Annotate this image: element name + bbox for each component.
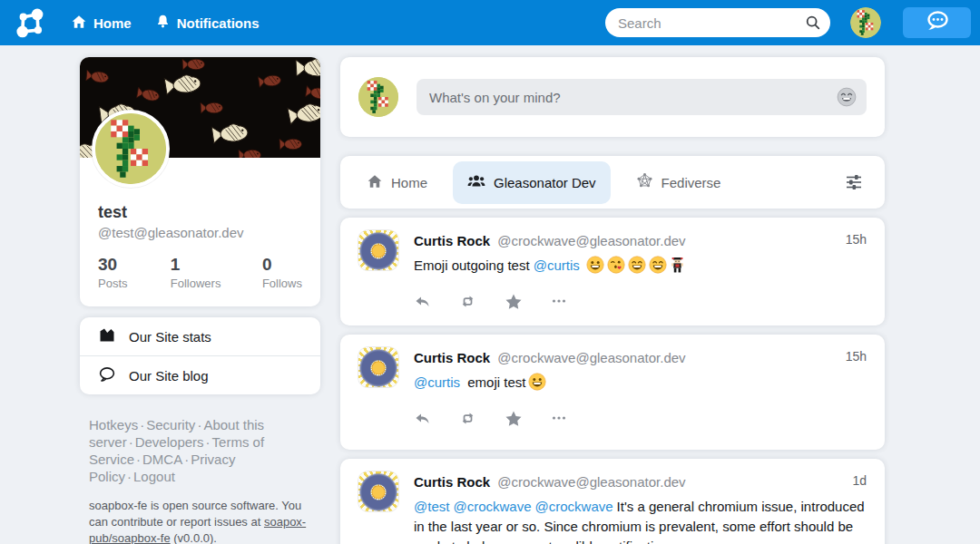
post-author-handle[interactable]: @crockwave@gleasonator.dev	[497, 350, 685, 365]
footer-link-developers[interactable]: Developers	[135, 434, 204, 450]
mention-link[interactable]: @crockwave	[453, 499, 531, 514]
site-blog-label: Our Site blog	[129, 368, 209, 384]
post-content: @curtis emoji test	[414, 373, 867, 393]
chat-bubble-icon	[924, 10, 951, 36]
profile-stats: 30 Posts 1 Followers 0 Follows	[80, 240, 320, 306]
stat-posts[interactable]: 30 Posts	[98, 255, 171, 290]
repost-icon[interactable]	[459, 293, 476, 311]
account-avatar[interactable]	[850, 7, 881, 38]
reply-icon[interactable]	[414, 293, 431, 311]
stat-followers[interactable]: 1 Followers	[171, 255, 262, 290]
site-menu-card: Our Site stats Our Site blog	[80, 317, 320, 394]
post-content: Emoji outgoing test @curtis	[414, 256, 867, 276]
search-input[interactable]	[605, 8, 830, 37]
footer-link-security[interactable]: Security	[146, 417, 195, 432]
bell-icon	[155, 14, 171, 32]
search-box	[605, 8, 830, 37]
post-timestamp[interactable]: 1d	[852, 473, 867, 488]
favourite-star-icon[interactable]	[505, 293, 523, 311]
search-icon[interactable]	[805, 15, 821, 34]
sidebar-item-site-blog[interactable]: Our Site blog	[80, 356, 320, 394]
emoji-picker-icon[interactable]	[837, 87, 857, 107]
nav-home-link[interactable]: Home	[71, 14, 132, 33]
soapbox-logo-icon[interactable]	[11, 5, 47, 41]
footer-link-dmca[interactable]: DMCA	[142, 452, 182, 467]
post-author-avatar[interactable]	[358, 230, 398, 270]
mention-link[interactable]: @curtis	[414, 374, 460, 390]
post-actions	[414, 293, 867, 311]
mention-link[interactable]: @curtis	[534, 257, 580, 273]
timeline-column: Home Gleasonator Dev	[340, 57, 885, 544]
about-soapbox-text: soapbox-fe is open source software. You …	[80, 498, 312, 544]
grinning-face-emoji-icon	[586, 256, 604, 274]
area-chart-icon	[98, 326, 116, 347]
compose-avatar[interactable]	[358, 77, 398, 117]
post: 15h Curtis Rock @crockwave@gleasonator.d…	[340, 335, 885, 450]
more-options-icon[interactable]	[551, 293, 567, 311]
house-icon	[367, 173, 383, 192]
post-content: @test@crockwave@crockwaveIt's a general …	[414, 497, 867, 544]
speech-bubble-icon	[98, 365, 116, 386]
post-actions	[414, 410, 867, 428]
timeline-tabs: Home Gleasonator Dev	[340, 156, 885, 209]
compose-card	[340, 57, 885, 137]
footer-links: Hotkeys·Security·About this server·Devel…	[80, 416, 290, 485]
profile-avatar[interactable]	[92, 110, 170, 188]
beaming-face-emoji-icon	[649, 256, 667, 274]
post-author-name[interactable]: Curtis Rock	[414, 474, 490, 490]
sidebar: test @test@gleasonator.dev 30 Posts 1 Fo…	[80, 57, 320, 544]
post-author-name[interactable]: Curtis Rock	[414, 350, 490, 365]
tab-gleasonator-dev[interactable]: Gleasonator Dev	[453, 161, 611, 204]
mention-link[interactable]: @test	[414, 499, 449, 514]
fediverse-icon	[636, 172, 653, 192]
pixel-character-custom-emoji-icon	[670, 257, 685, 274]
tab-fediverse[interactable]: Fediverse	[622, 160, 736, 204]
compose-input[interactable]	[416, 79, 867, 115]
reply-icon[interactable]	[414, 410, 431, 428]
nav-notifications-label: Notifications	[177, 15, 260, 31]
more-options-icon[interactable]	[551, 410, 567, 428]
post-timestamp[interactable]: 15h	[846, 349, 867, 364]
mention-link[interactable]: @crockwave	[535, 499, 613, 514]
compose-field	[416, 79, 867, 115]
nav-notifications-link[interactable]: Notifications	[155, 14, 260, 32]
post-author-name[interactable]: Curtis Rock	[414, 233, 490, 248]
grinning-face-emoji-icon	[528, 373, 546, 391]
post-author-handle[interactable]: @crockwave@gleasonator.dev	[497, 233, 685, 248]
timeline-settings-sliders-icon[interactable]	[835, 167, 873, 198]
top-navbar: Home Notifications	[0, 0, 980, 45]
home-icon	[71, 14, 87, 33]
footer-link-logout[interactable]: Logout	[133, 469, 175, 484]
post: 15h Curtis Rock @crockwave@gleasonator.d…	[340, 218, 885, 325]
beaming-face-emoji-icon	[628, 256, 646, 274]
stat-follows[interactable]: 0 Follows	[262, 255, 302, 290]
sidebar-item-site-stats[interactable]: Our Site stats	[80, 317, 320, 355]
favourite-star-icon[interactable]	[505, 410, 523, 428]
nav-home-label: Home	[93, 15, 132, 31]
site-stats-label: Our Site stats	[129, 329, 211, 345]
profile-card: test @test@gleasonator.dev 30 Posts 1 Fo…	[80, 57, 320, 306]
footer-link-hotkeys[interactable]: Hotkeys	[89, 417, 138, 432]
profile-display-name: test	[98, 203, 302, 222]
face-blowing-kiss-emoji-icon	[607, 256, 625, 274]
post-author-handle[interactable]: @crockwave@gleasonator.dev	[497, 474, 685, 490]
post-timestamp[interactable]: 15h	[846, 232, 867, 247]
post-author-avatar[interactable]	[358, 347, 398, 387]
repost-icon[interactable]	[459, 410, 476, 428]
tab-home[interactable]: Home	[352, 161, 442, 204]
user-group-icon	[467, 173, 485, 192]
profile-handle: @test@gleasonator.dev	[98, 225, 302, 240]
post: 1d Curtis Rock @crockwave@gleasonator.de…	[340, 459, 885, 544]
post-author-avatar[interactable]	[358, 471, 398, 511]
chat-button[interactable]	[903, 7, 971, 38]
